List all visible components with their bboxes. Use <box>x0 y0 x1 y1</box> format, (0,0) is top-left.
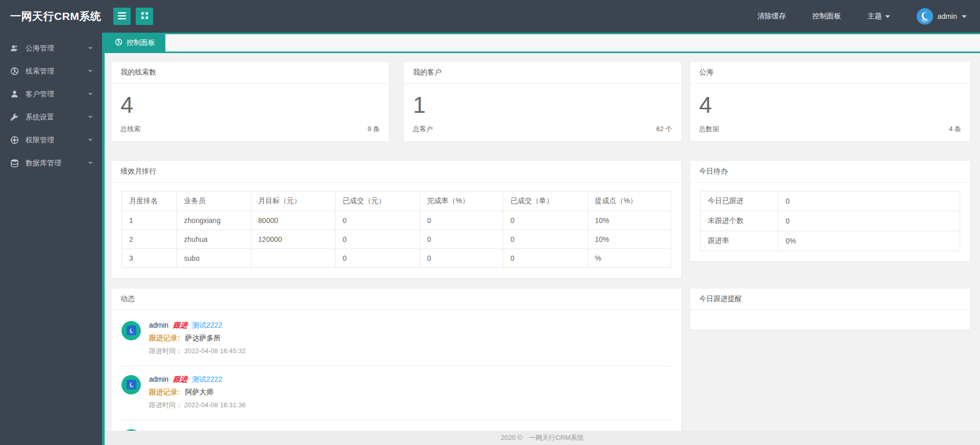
chevron-down-icon <box>88 162 93 164</box>
stat-value: 1 <box>404 84 681 119</box>
cell-completion: 0 <box>420 249 503 267</box>
compass-icon <box>115 38 122 47</box>
activity-user: admin <box>149 375 168 383</box>
sidebar-item-label: 数据库管理 <box>26 159 88 168</box>
performance-ranking-card: 绩效月排行 月度排名 业务员 月目标（元） 已成交（元） 完成率（%） 已成交（… <box>111 160 682 279</box>
todo-value: 0 <box>778 191 960 211</box>
activity-target-link[interactable]: 测试2222 <box>192 375 222 384</box>
stat-value: 4 <box>111 84 389 119</box>
column-header: 业务员 <box>177 191 251 211</box>
column-header: 月目标（元） <box>251 191 335 211</box>
chevron-down-icon <box>88 70 93 72</box>
activity-action: 跟进 <box>173 375 187 384</box>
dashboard-content: 我的线索数 4 总线索 9 条 我的客户 1 总客户 <box>105 53 980 445</box>
chevron-down-icon <box>88 139 93 141</box>
control-panel-link[interactable]: 控制面板 <box>813 12 841 21</box>
crm-app: 一网天行CRM系统 清除缓存 控制面板 主题 <box>0 0 980 445</box>
table-row: 2 zhuhua 120000 0 0 0 10% <box>122 230 671 249</box>
sidebar-item-label: 客户管理 <box>26 90 88 99</box>
cell-salesperson: subo <box>177 249 251 267</box>
table-row: 1 zhongxiang 80000 0 0 0 10% <box>122 211 671 230</box>
theme-dropdown[interactable]: 主题 <box>868 12 890 21</box>
chevron-down-icon <box>962 15 967 18</box>
record-text: 萨达萨多所 <box>185 334 221 342</box>
table-row: 未跟进个数 0 <box>700 211 960 231</box>
chevron-down-icon <box>885 15 890 18</box>
cell-commission: 10% <box>587 211 671 230</box>
record-label: 跟进记录: <box>149 334 180 342</box>
reminder-empty-body <box>690 310 970 330</box>
sidebar-item-public-sea[interactable]: 公海管理 <box>0 37 102 60</box>
stat-card-my-customers: 我的客户 1 总客户 62 个 <box>403 61 682 142</box>
page-footer: 2020 © 一网天行CRM系统 <box>105 431 980 445</box>
card-title: 绩效月排行 <box>111 161 681 183</box>
stat-card-my-leads: 我的线索数 4 总线索 9 条 <box>111 61 389 142</box>
user-icon <box>10 90 19 98</box>
user-menu[interactable]: admin <box>917 8 967 24</box>
time-label: 跟进时间： <box>149 401 182 409</box>
theme-label: 主题 <box>868 12 882 21</box>
record-text: 阿萨大师 <box>185 388 214 396</box>
column-header: 月度排名 <box>122 191 177 211</box>
stat-footer-value: 9 条 <box>368 125 380 134</box>
table-row: 今日已跟进 0 <box>700 191 960 211</box>
clear-cache-link[interactable]: 清除缓存 <box>757 12 786 21</box>
stat-footer-label: 总客户 <box>413 125 433 134</box>
sidebar: 公海管理 线索管理 <box>0 33 102 445</box>
stat-card-public-sea: 公海 4 总数据 4 条 <box>690 61 971 142</box>
tab-control-panel[interactable]: 控制面板 <box>105 34 165 52</box>
list-item: admin 跟进 测试2222 跟进记录: 阿萨大师 <box>121 366 671 421</box>
sidebar-toggle-button[interactable] <box>113 8 131 25</box>
sidebar-item-label: 线索管理 <box>26 67 88 76</box>
database-icon <box>10 159 19 167</box>
performance-table: 月度排名 业务员 月目标（元） 已成交（元） 完成率（%） 已成交（单） 提成点… <box>121 191 671 268</box>
sidebar-item-permissions[interactable]: 权限管理 <box>0 129 102 152</box>
timestamp: 2022-04-08 16:31:36 <box>184 401 246 409</box>
sidebar-item-label: 系统设置 <box>26 113 88 122</box>
fullscreen-button[interactable] <box>136 8 153 25</box>
cell-completion: 0 <box>420 230 503 249</box>
users-icon <box>10 44 19 53</box>
app-title: 一网天行CRM系统 <box>10 9 101 23</box>
stat-footer-value: 62 个 <box>656 125 672 134</box>
sidebar-item-customers[interactable]: 客户管理 <box>0 83 102 106</box>
stat-footer-value: 4 条 <box>949 125 961 134</box>
card-title: 我的客户 <box>404 62 681 84</box>
list-item: admin 跟进 测试2222 跟进记录: 萨达萨多所 <box>121 312 671 366</box>
cell-commission: 10% <box>587 230 671 249</box>
column-header: 已成交（单） <box>503 191 588 211</box>
cell-closed-amount: 0 <box>335 230 420 249</box>
chevron-down-icon <box>88 47 93 50</box>
cell-rank: 2 <box>122 230 177 249</box>
timestamp: 2022-04-08 16:45:32 <box>184 347 246 355</box>
sidebar-item-settings[interactable]: 系统设置 <box>0 106 102 129</box>
card-title: 动态 <box>111 288 681 310</box>
todo-table: 今日已跟进 0 未跟进个数 0 跟进率 0% <box>700 191 960 251</box>
tab-bar: 控制面板 <box>105 34 980 53</box>
cell-completion: 0 <box>420 211 503 230</box>
username: admin <box>938 12 957 20</box>
cell-target <box>251 249 335 267</box>
cell-closed-deals: 0 <box>503 230 588 249</box>
sidebar-item-label: 权限管理 <box>26 136 88 145</box>
cell-target: 120000 <box>251 230 335 249</box>
time-label: 跟进时间： <box>149 347 182 355</box>
activity-action: 跟进 <box>173 321 187 330</box>
cell-rank: 3 <box>122 249 177 267</box>
column-header: 完成率（%） <box>420 191 503 211</box>
card-title: 公海 <box>690 62 970 84</box>
table-header-row: 月度排名 业务员 月目标（元） 已成交（元） 完成率（%） 已成交（单） 提成点… <box>122 191 671 211</box>
cell-closed-deals: 0 <box>503 249 588 267</box>
copyright-text: 2020 © 一网天行CRM系统 <box>501 433 584 442</box>
activity-target-link[interactable]: 测试2222 <box>192 321 222 330</box>
todo-value: 0% <box>778 231 960 251</box>
expand-icon <box>141 12 149 21</box>
sidebar-item-leads[interactable]: 线索管理 <box>0 60 102 83</box>
sidebar-item-database[interactable]: 数据库管理 <box>0 152 102 175</box>
cell-rank: 1 <box>122 211 177 230</box>
cell-closed-deals: 0 <box>503 211 588 230</box>
tab-label: 控制面板 <box>127 38 155 47</box>
avatar <box>121 321 141 340</box>
followup-reminder-card: 今日跟进提醒 <box>690 288 971 330</box>
hamburger-icon <box>118 12 126 21</box>
